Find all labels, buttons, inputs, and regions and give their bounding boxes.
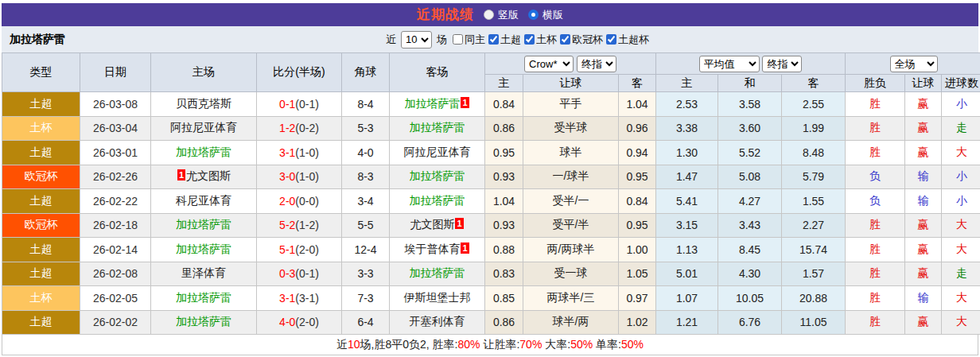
league-cell: 土超 [2,141,80,165]
col-header-home: 主场 [151,53,257,92]
filter-checkbox-label: 欧冠杯 [572,33,603,47]
col-header-goals-result: 进球数 [942,75,980,92]
filter-checkbox-3[interactable]: 欧冠杯 [560,33,603,47]
average-select[interactable]: 平均值 [699,56,760,72]
top-bar: 近期战绩 竖版 横版 [2,3,978,26]
crow-away-odds-cell: 1.04 [619,92,656,117]
crow-handicap-cell: 一/球半 [523,165,619,189]
date-cell: 26-02-05 [80,286,151,311]
result-cell: 胜 [846,238,905,262]
avg-away-odds-cell: 20.88 [782,286,846,311]
radio-vertical-icon[interactable] [484,10,494,20]
checkbox-icon[interactable] [524,34,535,45]
filter-bar: 加拉塔萨雷 近 10 场 同主土超土杯欧冠杯土超杯 [2,26,978,52]
crow-home-odds-cell: 0.84 [485,92,523,117]
filter-checkbox-2[interactable]: 土杯 [524,33,557,47]
col-header-away: 客场 [390,53,485,92]
avg-draw-odds-cell: 3.58 [718,92,782,117]
team-name: 科尼亚体育 [176,194,231,207]
scope-select[interactable]: 全场 [890,56,938,72]
crow-away-odds-cell: 1.00 [619,238,656,262]
avg-draw-odds-cell: 4.30 [718,262,782,286]
table-row: 欧冠杯26-02-18加拉塔萨雷5-2(1-2)5-5尤文图斯10.93受平/半… [2,213,980,238]
home-team-cell: 加拉塔萨雷 [151,238,257,262]
filter-checkbox-4[interactable]: 土超杯 [606,33,649,47]
yellow-card-badge: 1 [461,243,469,254]
away-team-cell: 阿拉尼亚体育 [390,141,485,165]
avg-away-odds-cell: 5.79 [782,165,846,189]
checkbox-icon[interactable] [453,34,463,45]
date-cell: 26-02-18 [80,213,151,238]
home-team-cell: 里泽体育 [151,262,257,286]
table-row: 土超26-03-01加拉塔萨雷3-1(1-0)4-0阿拉尼亚体育0.95球半0.… [2,141,980,165]
league-cell: 欧冠杯 [2,213,80,238]
filter-checkbox-1[interactable]: 土超 [488,33,521,47]
page-title: 近期战绩 [417,6,474,24]
summary-segment: 单率: [593,338,621,351]
league-cell: 土超 [2,310,80,335]
handicap-result-cell: 输 [905,286,942,311]
odds-stage-select-1[interactable]: 终指 [577,56,616,72]
result-cell: 胜 [846,286,905,311]
avg-away-odds-cell: 1.57 [782,262,846,286]
team-name: 加拉塔萨雷 [410,169,465,182]
crow-away-odds-cell: 0.95 [619,165,656,189]
team-name: 加拉塔萨雷 [176,243,231,255]
crow-away-odds-cell: 0.97 [619,286,656,311]
yellow-card-badge: 1 [455,218,463,229]
result-cell: 负 [846,189,905,214]
goals-result-cell: 走 [942,262,980,286]
checkbox-icon[interactable] [488,34,499,45]
home-team-cell: 阿拉尼亚体育 [151,116,257,141]
crow-away-odds-cell: 1.05 [619,262,656,286]
crow-away-odds-cell: 0.96 [619,116,656,141]
corners-cell: 8-3 [342,165,390,189]
crow-away-odds-cell: 0.95 [619,213,656,238]
bookmaker-select[interactable]: Crow* [524,56,574,72]
filter-checkbox-0[interactable]: 同主 [453,33,485,47]
filter-controls: 近 10 场 同主土超土杯欧冠杯土超杯 [386,31,649,49]
corners-cell: 5-5 [342,213,390,238]
handicap-result-cell: 输 [905,189,942,214]
goals-result-cell: 小 [942,165,980,189]
league-cell: 土超 [2,92,80,117]
team-name: 尤文图斯 [186,169,231,182]
summary-bar: 近10场,胜8平0负2, 胜率:80% 让胜率:70% 大率:50% 单率:50… [2,335,978,355]
match-count-select[interactable]: 10 [401,31,432,49]
avg-draw-odds-cell: 4.27 [718,189,782,214]
checkbox-icon[interactable] [606,34,616,45]
radio-vertical[interactable]: 竖版 [484,8,519,22]
score-cell: 3-0(1-0) [257,165,342,189]
team-name: 里泽体育 [181,266,226,279]
home-team-cell: 1尤文图斯 [151,165,257,189]
table-row: 土超26-02-14加拉塔萨雷5-1(2-0)12-4埃于普体育10.88两/两… [2,238,980,262]
crow-away-odds-cell: 1.02 [619,310,656,335]
col-header-score: 比分(半场) [257,53,342,92]
result-cell: 胜 [846,310,905,335]
summary-segment: 70% [519,338,542,351]
date-cell: 26-03-01 [80,141,151,165]
table-row: 土超26-02-02加拉塔萨雷4-0(2-0)6-4开塞利体育0.86球半/两1… [2,310,980,335]
results-table-body: 土超26-03-08贝西克塔斯0-1(0-1)8-4加拉塔萨雷10.84平手1.… [2,92,980,335]
col-header-handicap-result: 让球 [905,75,942,92]
corners-cell: 6-4 [342,310,390,335]
crow-handicap-cell: 平手 [523,92,619,117]
crow-home-odds-cell: 0.86 [485,116,523,141]
date-cell: 26-03-04 [80,116,151,141]
away-team-cell: 埃于普体育1 [390,238,485,262]
checkbox-icon[interactable] [560,34,570,45]
summary-segment: 50% [570,338,593,351]
avg-home-odds-cell: 5.01 [656,262,718,286]
focus-team-title: 加拉塔萨雷 [10,33,65,47]
odds-stage-select-2[interactable]: 终指 [762,56,802,72]
avg-draw-odds-cell: 8.45 [718,238,782,262]
away-team-cell: 加拉塔萨雷1 [390,92,485,117]
yellow-card-badge: 1 [461,97,469,108]
scope-select-group: 全场 [846,53,980,75]
result-cell: 胜 [846,213,905,238]
result-cell: 胜 [846,92,905,117]
radio-horizontal[interactable]: 横版 [528,8,563,22]
table-row: 土杯26-02-05加拉塔萨雷3-1(3-1)7-3伊斯坦堡士邦0.85两球半/… [2,286,980,311]
radio-horizontal-icon[interactable] [528,10,539,20]
average-select-group: 平均值 终指 [656,53,846,75]
